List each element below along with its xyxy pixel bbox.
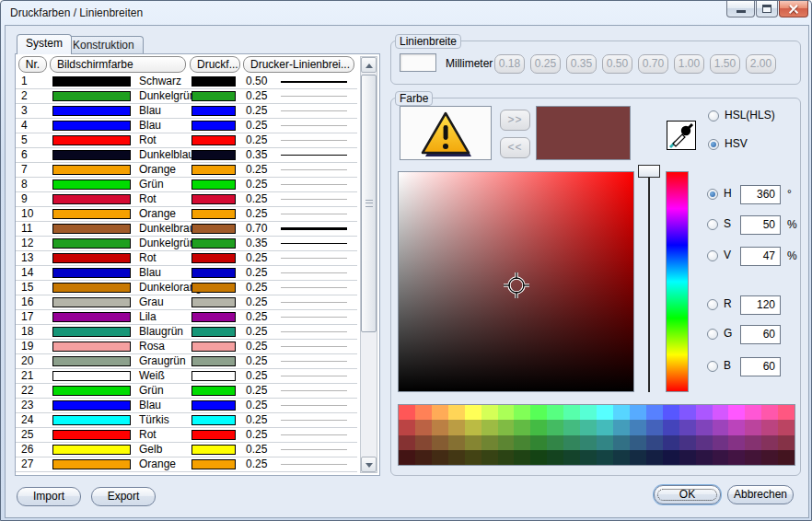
palette-swatch[interactable] [563, 435, 580, 450]
channel-input-g[interactable]: 60 [740, 325, 781, 344]
palette-swatch[interactable] [761, 405, 778, 420]
hue-bar[interactable] [666, 171, 689, 392]
palette-swatch[interactable] [432, 435, 448, 450]
palette-swatch[interactable] [663, 450, 679, 465]
palette-swatch[interactable] [646, 405, 663, 420]
table-row[interactable]: 5Rot0.25 [16, 133, 357, 148]
hue-slider-track[interactable] [648, 177, 650, 392]
palette-swatch[interactable] [646, 450, 663, 465]
palette-swatch[interactable] [745, 420, 761, 434]
radio-channel-h[interactable] [707, 189, 718, 200]
palette-swatch[interactable] [679, 420, 696, 434]
palette-swatch[interactable] [399, 435, 415, 450]
column-header[interactable]: Drucker-Linienbrei... [243, 56, 354, 73]
palette-swatch[interactable] [597, 450, 613, 465]
tab-system[interactable]: System [17, 34, 72, 54]
palette-swatch[interactable] [728, 405, 745, 420]
palette-swatch[interactable] [613, 450, 630, 465]
palette-swatch[interactable] [465, 405, 481, 420]
radio-channel-v[interactable] [707, 250, 718, 261]
table-row[interactable]: 16Grau0.25 [16, 295, 357, 310]
palette-swatch[interactable] [514, 420, 530, 434]
linewidth-preset-button[interactable]: 0.70 [638, 54, 668, 74]
palette-swatch[interactable] [613, 420, 630, 434]
palette-swatch[interactable] [728, 450, 745, 465]
palette-swatch[interactable] [713, 435, 729, 450]
ok-button[interactable]: OK [654, 485, 721, 504]
column-header[interactable]: Bildschirmfarbe [50, 56, 186, 73]
palette-swatch[interactable] [498, 450, 515, 465]
table-row[interactable]: 7Orange0.25 [16, 163, 357, 178]
palette-swatch[interactable] [597, 435, 613, 450]
palette-swatch[interactable] [663, 435, 679, 450]
palette-swatch[interactable] [696, 435, 713, 450]
palette-swatch[interactable] [415, 450, 432, 465]
palette-swatch[interactable] [530, 435, 547, 450]
palette-swatch[interactable] [547, 420, 563, 434]
scroll-up-button[interactable] [361, 57, 377, 73]
table-row[interactable]: 28 [16, 472, 357, 474]
palette-swatch[interactable] [679, 405, 696, 420]
palette-swatch[interactable] [580, 435, 597, 450]
palette-swatch[interactable] [399, 420, 415, 434]
palette-swatch[interactable] [563, 405, 580, 420]
column-header[interactable]: Druckf... [190, 56, 240, 73]
vertical-scrollbar[interactable] [360, 56, 377, 473]
palette-swatch[interactable] [514, 450, 530, 465]
palette-swatch[interactable] [563, 420, 580, 434]
palette-swatch[interactable] [646, 420, 663, 434]
palette-swatch[interactable] [547, 450, 563, 465]
palette-swatch[interactable] [679, 450, 696, 465]
title-bar[interactable]: Druckfarben / Linienbreiten [1, 1, 811, 25]
palette-swatch[interactable] [713, 450, 729, 465]
palette-swatch[interactable] [778, 450, 795, 465]
palette-swatch[interactable] [465, 450, 481, 465]
palette-swatch[interactable] [696, 450, 713, 465]
table-row[interactable]: 25Rot0.25 [16, 428, 357, 443]
palette-swatch[interactable] [761, 435, 778, 450]
palette-swatch[interactable] [778, 405, 795, 420]
palette-swatch[interactable] [761, 450, 778, 465]
palette-swatch[interactable] [432, 405, 448, 420]
maximize-button[interactable] [756, 1, 778, 17]
palette-swatch[interactable] [399, 405, 415, 420]
palette-swatch[interactable] [778, 435, 795, 450]
palette-swatch[interactable] [448, 420, 465, 434]
channel-input-b[interactable]: 60 [740, 357, 781, 376]
palette-swatch[interactable] [761, 420, 778, 434]
palette-swatch[interactable] [613, 405, 630, 420]
palette-swatch[interactable] [663, 405, 679, 420]
palette-swatch[interactable] [580, 450, 597, 465]
palette-swatch[interactable] [713, 405, 729, 420]
palette-swatch[interactable] [728, 435, 745, 450]
linewidth-preset-button[interactable]: 0.25 [530, 54, 561, 74]
palette-swatch[interactable] [630, 405, 646, 420]
palette-swatch[interactable] [498, 420, 515, 434]
table-row[interactable]: 24Türkis0.25 [16, 413, 357, 428]
palette-swatch[interactable] [514, 405, 530, 420]
table-row[interactable]: 21Weiß0.25 [16, 369, 357, 384]
scrollbar-thumb[interactable] [361, 75, 377, 332]
palette-swatch[interactable] [597, 405, 613, 420]
table-row[interactable]: 8Grün0.25 [16, 178, 357, 192]
palette-swatch[interactable] [696, 420, 713, 434]
palette-swatch[interactable] [679, 435, 696, 450]
table-row[interactable]: 1Schwarz0.50 [16, 75, 357, 89]
palette-swatch[interactable] [465, 435, 481, 450]
table-row[interactable]: 4Blau0.25 [16, 119, 357, 133]
palette-swatch[interactable] [399, 450, 415, 465]
table-row[interactable]: 20Graugrün0.25 [16, 354, 357, 369]
palette-swatch[interactable] [547, 405, 563, 420]
table-row[interactable]: 26Gelb0.25 [16, 443, 357, 457]
table-row[interactable]: 12Dunkelgrün0.35 [16, 237, 357, 251]
radio-channel-b[interactable] [707, 361, 718, 372]
table-row[interactable]: 27Orange0.25 [16, 457, 357, 472]
apply-forward-button[interactable]: >> [500, 110, 530, 131]
linewidth-preset-button[interactable]: 2.00 [746, 54, 776, 74]
palette-swatch[interactable] [530, 405, 547, 420]
linewidth-preset-button[interactable]: 1.50 [710, 54, 740, 74]
color-crosshair-icon[interactable] [502, 271, 531, 300]
palette-swatch[interactable] [630, 420, 646, 434]
palette-swatch[interactable] [563, 450, 580, 465]
palette-swatch[interactable] [415, 435, 432, 450]
